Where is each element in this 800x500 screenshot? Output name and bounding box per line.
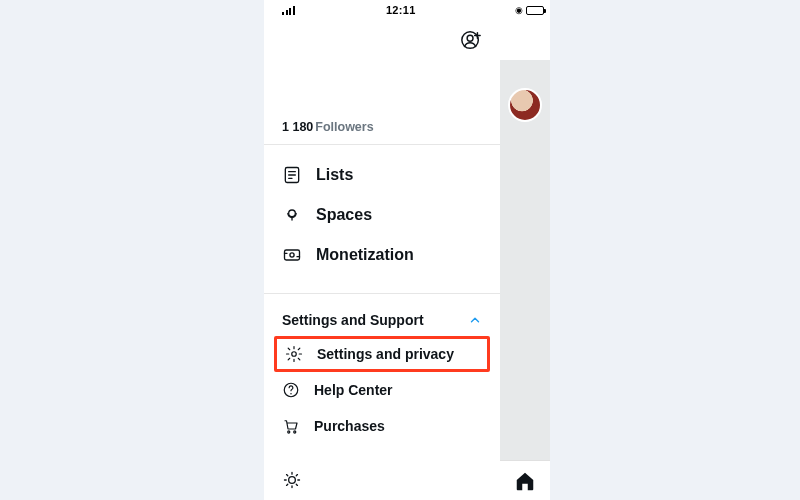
svg-point-13 bbox=[292, 352, 297, 357]
sub-item-label: Settings and privacy bbox=[317, 346, 454, 362]
signal-icon bbox=[282, 6, 295, 15]
menu-item-monetization[interactable]: Monetization bbox=[264, 235, 500, 275]
svg-point-16 bbox=[288, 431, 290, 433]
theme-toggle-icon[interactable] bbox=[282, 470, 482, 490]
settings-support-toggle[interactable]: Settings and Support bbox=[264, 294, 500, 336]
help-icon bbox=[282, 381, 300, 399]
orientation-lock-icon: ◉ bbox=[515, 5, 523, 15]
svg-point-10 bbox=[290, 253, 294, 257]
svg-point-15 bbox=[290, 393, 292, 395]
menu-item-label: Monetization bbox=[316, 246, 414, 264]
background-feed: ◉ bbox=[500, 0, 550, 500]
monetization-icon bbox=[282, 245, 302, 265]
nav-drawer: 1 180Followers Lists Spaces bbox=[264, 20, 500, 500]
menu-item-settings-privacy[interactable]: Settings and privacy bbox=[274, 336, 490, 372]
svg-point-8 bbox=[289, 210, 296, 217]
menu-item-spaces[interactable]: Spaces bbox=[264, 195, 500, 235]
svg-point-17 bbox=[294, 431, 296, 433]
lists-icon bbox=[282, 165, 302, 185]
add-account-icon[interactable] bbox=[460, 30, 482, 52]
gear-icon bbox=[285, 345, 303, 363]
sub-item-label: Help Center bbox=[314, 382, 393, 398]
spaces-icon bbox=[282, 205, 302, 225]
feed-avatar[interactable] bbox=[508, 88, 542, 122]
followers-count[interactable]: 1 180Followers bbox=[264, 120, 500, 145]
chevron-up-icon bbox=[468, 313, 482, 327]
cart-icon bbox=[282, 417, 300, 435]
menu-item-purchases[interactable]: Purchases bbox=[264, 408, 500, 444]
svg-point-1 bbox=[467, 35, 473, 41]
menu-item-help-center[interactable]: Help Center bbox=[264, 372, 500, 408]
primary-menu: Lists Spaces Monetization bbox=[264, 145, 500, 294]
bottom-nav bbox=[500, 460, 550, 500]
menu-item-label: Spaces bbox=[316, 206, 372, 224]
home-icon[interactable] bbox=[514, 470, 536, 492]
status-time: 12:11 bbox=[386, 4, 416, 16]
subsection-label: Settings and Support bbox=[282, 312, 424, 328]
battery-icon bbox=[526, 6, 544, 15]
sub-item-label: Purchases bbox=[314, 418, 385, 434]
svg-rect-9 bbox=[285, 250, 300, 260]
svg-point-18 bbox=[289, 477, 296, 484]
menu-item-lists[interactable]: Lists bbox=[264, 155, 500, 195]
menu-item-label: Lists bbox=[316, 166, 353, 184]
